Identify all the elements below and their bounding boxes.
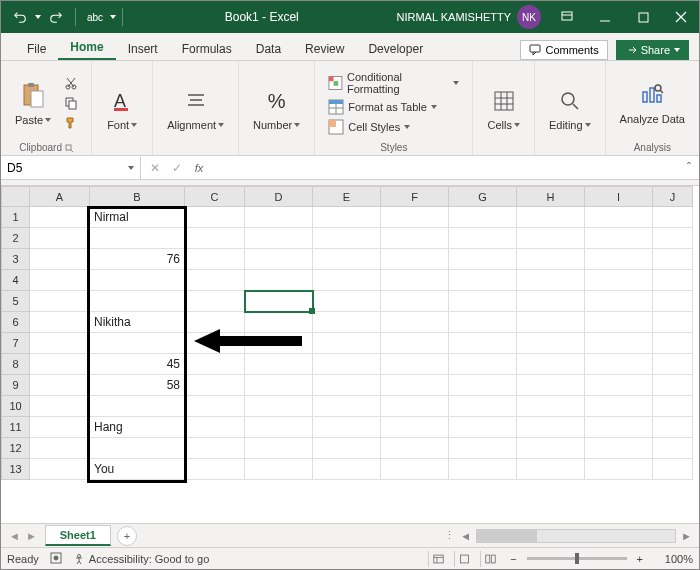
copy-button[interactable] xyxy=(61,94,81,112)
tab-data[interactable]: Data xyxy=(244,38,293,60)
accessibility-icon xyxy=(73,553,85,565)
conditional-formatting-button[interactable]: Conditional Formatting xyxy=(325,70,462,96)
status-bar: Ready Accessibility: Good to go − + 100% xyxy=(1,547,699,569)
col-G[interactable]: G xyxy=(449,187,517,207)
col-D[interactable]: D xyxy=(245,187,313,207)
hscroll-left[interactable]: ◄ xyxy=(457,530,474,542)
formula-bar-expand[interactable]: ˆ xyxy=(679,161,699,175)
name-box[interactable]: D5 xyxy=(1,157,141,179)
editing-button[interactable]: Editing xyxy=(545,81,595,135)
analyze-data-button[interactable]: Analyze Data xyxy=(616,75,689,129)
row-1[interactable]: 1 xyxy=(2,207,30,228)
undo-dropdown[interactable] xyxy=(35,15,41,19)
col-I[interactable]: I xyxy=(585,187,653,207)
tab-review[interactable]: Review xyxy=(293,38,356,60)
row-7[interactable]: 7 xyxy=(2,333,30,354)
sheet-tab-1[interactable]: Sheet1 xyxy=(45,525,111,546)
cell-B6[interactable]: Nikitha xyxy=(90,312,185,333)
horizontal-scrollbar[interactable] xyxy=(476,529,676,543)
spreadsheet-grid[interactable]: A B C D E F G H I J 1Nirmal 2 376 4 5 6N… xyxy=(1,186,693,480)
svg-rect-31 xyxy=(495,92,513,110)
row-13[interactable]: 13 xyxy=(2,459,30,480)
sheet-nav-next[interactable]: ► xyxy=(26,530,37,542)
group-cells: Cells xyxy=(473,61,534,155)
table-icon xyxy=(328,99,344,115)
fb-cancel[interactable]: ✕ xyxy=(145,161,165,175)
zoom-in[interactable]: + xyxy=(633,553,647,565)
cells-icon xyxy=(488,85,520,117)
row-5[interactable]: 5 xyxy=(2,291,30,312)
accessibility-status[interactable]: Accessibility: Good to go xyxy=(73,553,209,565)
col-E[interactable]: E xyxy=(313,187,381,207)
alignment-button[interactable]: Alignment xyxy=(163,81,228,135)
row-12[interactable]: 12 xyxy=(2,438,30,459)
cell-B11[interactable]: Hang xyxy=(90,417,185,438)
row-8[interactable]: 8 xyxy=(2,354,30,375)
paste-button[interactable]: Paste xyxy=(11,76,55,130)
group-clipboard: Paste Clipboard xyxy=(1,61,92,155)
ribbon-display-options[interactable] xyxy=(549,1,585,33)
svg-line-37 xyxy=(573,104,578,109)
qat-text-button[interactable]: abc xyxy=(82,4,108,30)
cell-B9[interactable]: 58 xyxy=(90,375,185,396)
share-button[interactable]: Share xyxy=(616,40,689,60)
tab-insert[interactable]: Insert xyxy=(116,38,170,60)
cell-B8[interactable]: 45 xyxy=(90,354,185,375)
col-J[interactable]: J xyxy=(653,187,693,207)
group-font: A Font xyxy=(92,61,153,155)
group-analysis: Analyze Data Analysis xyxy=(606,61,699,155)
fx-icon[interactable]: fx xyxy=(189,162,209,174)
col-C[interactable]: C xyxy=(185,187,245,207)
col-A[interactable]: A xyxy=(30,187,90,207)
qat-customize[interactable] xyxy=(110,15,116,19)
cell-styles-button[interactable]: Cell Styles xyxy=(325,118,462,136)
minimize-button[interactable] xyxy=(587,1,623,33)
cells-button[interactable]: Cells xyxy=(483,81,523,135)
col-B[interactable]: B xyxy=(90,187,185,207)
font-button[interactable]: A Font xyxy=(102,81,142,135)
cell-B3[interactable]: 76 xyxy=(90,249,185,270)
zoom-out[interactable]: − xyxy=(506,553,520,565)
redo-button[interactable] xyxy=(43,4,69,30)
tab-developer[interactable]: Developer xyxy=(356,38,435,60)
cell-D5[interactable] xyxy=(245,291,313,312)
tab-file[interactable]: File xyxy=(15,38,58,60)
col-F[interactable]: F xyxy=(381,187,449,207)
close-button[interactable] xyxy=(663,1,699,33)
group-number: % Number xyxy=(239,61,315,155)
user-avatar[interactable]: NK xyxy=(517,5,541,29)
macro-recorder-icon[interactable] xyxy=(49,551,63,567)
view-normal[interactable] xyxy=(428,551,448,567)
tab-home[interactable]: Home xyxy=(58,36,115,60)
row-2[interactable]: 2 xyxy=(2,228,30,249)
view-page-layout[interactable] xyxy=(454,551,474,567)
row-4[interactable]: 4 xyxy=(2,270,30,291)
row-3[interactable]: 3 xyxy=(2,249,30,270)
undo-button[interactable] xyxy=(7,4,33,30)
svg-line-42 xyxy=(660,90,663,93)
fb-enter[interactable]: ✓ xyxy=(167,161,187,175)
row-11[interactable]: 11 xyxy=(2,417,30,438)
zoom-level[interactable]: 100% xyxy=(653,553,693,565)
cell-B1[interactable]: Nirmal xyxy=(90,207,185,228)
add-sheet-button[interactable]: + xyxy=(117,526,137,546)
cut-button[interactable] xyxy=(61,74,81,92)
row-6[interactable]: 6 xyxy=(2,312,30,333)
number-button[interactable]: % Number xyxy=(249,81,304,135)
window-title: Book1 - Excel xyxy=(127,10,397,24)
zoom-slider[interactable] xyxy=(527,557,627,560)
comments-button[interactable]: Comments xyxy=(520,40,607,60)
svg-rect-47 xyxy=(434,555,443,563)
view-page-break[interactable] xyxy=(480,551,500,567)
tab-formulas[interactable]: Formulas xyxy=(170,38,244,60)
format-as-table-button[interactable]: Format as Table xyxy=(325,98,462,116)
sheet-nav-prev[interactable]: ◄ xyxy=(9,530,20,542)
row-9[interactable]: 9 xyxy=(2,375,30,396)
maximize-button[interactable] xyxy=(625,1,661,33)
format-painter-button[interactable] xyxy=(61,114,81,132)
row-10[interactable]: 10 xyxy=(2,396,30,417)
hscroll-right[interactable]: ► xyxy=(678,530,695,542)
col-H[interactable]: H xyxy=(517,187,585,207)
cell-B13[interactable]: You xyxy=(90,459,185,480)
select-all-button[interactable] xyxy=(2,187,30,207)
